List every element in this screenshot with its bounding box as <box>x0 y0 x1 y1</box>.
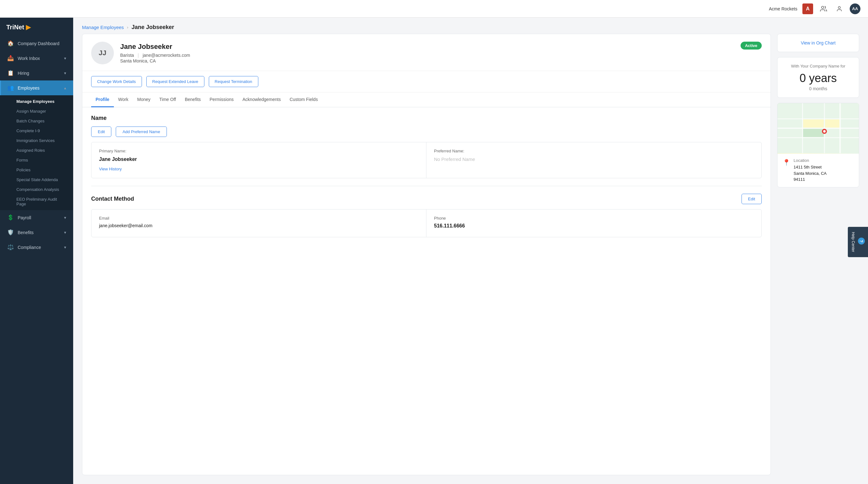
add-preferred-name-button[interactable]: Add Preferred Name <box>116 126 166 137</box>
employees-icon: 👥 <box>7 85 14 91</box>
svg-point-13 <box>823 130 826 132</box>
tab-profile[interactable]: Profile <box>91 92 114 107</box>
tenure-months: 0 months <box>784 86 852 91</box>
tenure-label: With Your Company Name for <box>784 64 852 68</box>
employee-name: Jane Jobseeker <box>120 42 734 51</box>
location-pin-icon: 📍 <box>782 159 790 166</box>
contact-section-header: Contact Method Edit <box>91 194 762 204</box>
submenu-assigned-roles[interactable]: Assigned Roles <box>0 146 73 155</box>
location-heading: Location <box>794 158 827 163</box>
benefits-icon: 🛡️ <box>7 229 14 236</box>
phone-cell: Phone 516.111.6666 <box>427 210 762 237</box>
sidebar-item-company-dashboard[interactable]: 🏠 Company Dashboard <box>0 36 73 51</box>
org-chart-card: View in Org Chart <box>777 34 859 52</box>
employee-avatar: JJ <box>91 42 114 64</box>
tab-permissions[interactable]: Permissions <box>205 92 238 107</box>
primary-name-value: Jane Jobseeker <box>99 156 418 162</box>
change-work-details-button[interactable]: Change Work Details <box>91 76 142 87</box>
submenu-assign-manager[interactable]: Assign Manager <box>0 106 73 116</box>
submenu-batch-changes[interactable]: Batch Changes <box>0 116 73 126</box>
name-section-header: Name <box>91 115 762 121</box>
submenu-eeo-audit[interactable]: EEO Preliminary Audit Page <box>0 194 73 209</box>
sidebar-item-label: Company Dashboard <box>18 41 59 46</box>
svg-point-0 <box>822 6 824 8</box>
sidebar: TriNet ▶ 🏠 Company Dashboard 📥 Work Inbo… <box>0 18 73 484</box>
user-icon[interactable] <box>834 3 845 14</box>
tenure-card: With Your Company Name for 0 years 0 mon… <box>777 57 859 98</box>
sidebar-item-compliance[interactable]: ⚖️ Compliance ▼ <box>0 240 73 254</box>
tab-bar: Profile Work Money Time Off Benefits Per… <box>82 92 771 107</box>
chevron-up-icon: ▲ <box>63 86 67 90</box>
help-center-tab[interactable]: ? Help Center <box>848 227 868 257</box>
chevron-down-icon: ▼ <box>63 245 67 249</box>
location-card: 📍 Location 1411 5th Street Santa Monica,… <box>777 103 859 187</box>
main-card: JJ Jane Jobseeker Barista | jane@acmeroc… <box>82 34 771 475</box>
submenu-forms[interactable]: Forms <box>0 155 73 165</box>
employees-submenu: Manage Employees Assign Manager Batch Ch… <box>0 95 73 210</box>
chevron-down-icon: ▼ <box>63 231 67 235</box>
map-roads <box>777 103 859 153</box>
preferred-name-label: Preferred Name: <box>434 149 754 153</box>
tenure-years: 0 years <box>784 71 852 85</box>
breadcrumb: Manage Employees › Jane Jobseeker <box>73 18 868 34</box>
contact-edit-button[interactable]: Edit <box>742 194 762 204</box>
primary-name-label: Primary Name: <box>99 149 418 153</box>
org-chart-link[interactable]: View in Org Chart <box>777 34 859 52</box>
home-icon: 🏠 <box>7 40 14 47</box>
submenu-special-state-addenda[interactable]: Special State Addenda <box>0 175 73 185</box>
tab-benefits[interactable]: Benefits <box>180 92 205 107</box>
sidebar-item-label: Employees <box>18 86 39 91</box>
employee-location: Santa Monica, CA <box>120 58 734 63</box>
compliance-icon: ⚖️ <box>7 244 14 250</box>
sidebar-item-label: Benefits <box>18 230 34 235</box>
tab-money[interactable]: Money <box>133 92 155 107</box>
sidebar-item-label: Payroll <box>18 215 31 220</box>
employee-email: jane@acmerockets.com <box>143 53 190 58</box>
chevron-down-icon: ▼ <box>63 57 67 60</box>
help-question-mark: ? <box>858 238 865 244</box>
sidebar-item-employees[interactable]: 👥 Employees ▲ <box>0 81 73 95</box>
team-icon[interactable] <box>818 3 829 14</box>
sidebar-logo: TriNet ▶ <box>0 18 73 36</box>
contact-grid: Email jane.jobseeker@email.com Phone 516… <box>91 209 762 237</box>
sidebar-item-work-inbox[interactable]: 📥 Work Inbox ▼ <box>0 51 73 66</box>
tab-acknowledgements[interactable]: Acknowledgements <box>238 92 285 107</box>
content-area: Manage Employees › Jane Jobseeker JJ Jan… <box>73 18 868 484</box>
svg-rect-11 <box>803 129 824 137</box>
submenu-immigration-services[interactable]: Immigration Services <box>0 136 73 146</box>
status-badge: Active <box>741 42 762 50</box>
sidebar-item-payroll[interactable]: 💲 Payroll ▼ <box>0 210 73 225</box>
phone-value: 516.111.6666 <box>434 223 754 229</box>
sidebar-item-label: Hiring <box>18 71 29 76</box>
breadcrumb-current: Jane Jobseeker <box>131 24 174 31</box>
request-extended-leave-button[interactable]: Request Extended Leave <box>146 76 205 87</box>
sidebar-item-benefits[interactable]: 🛡️ Benefits ▼ <box>0 225 73 240</box>
preferred-name-placeholder: No Preferred Name <box>434 156 754 162</box>
location-address: 1411 5th Street Santa Monica, CA 94111 <box>794 164 827 183</box>
employee-info: Jane Jobseeker Barista | jane@acmerocket… <box>120 42 734 63</box>
sidebar-item-hiring[interactable]: 📋 Hiring ▼ <box>0 66 73 81</box>
request-termination-button[interactable]: Request Termination <box>209 76 258 87</box>
view-history-link[interactable]: View History <box>99 167 122 171</box>
name-edit-button[interactable]: Edit <box>91 126 111 137</box>
submenu-complete-i9[interactable]: Complete I-9 <box>0 126 73 136</box>
email-label: Email <box>99 216 418 220</box>
employee-header: JJ Jane Jobseeker Barista | jane@acmeroc… <box>82 34 771 71</box>
user-avatar[interactable]: AA <box>850 3 861 14</box>
tab-work[interactable]: Work <box>114 92 133 107</box>
breadcrumb-parent[interactable]: Manage Employees <box>82 25 124 30</box>
tab-content-profile: Name Edit Add Preferred Name Primary Nam… <box>82 107 771 245</box>
sidebar-item-label: Compliance <box>18 245 41 250</box>
map-container <box>777 103 859 154</box>
tab-custom-fields[interactable]: Custom Fields <box>285 92 322 107</box>
meta-divider: | <box>138 53 139 58</box>
help-center-label: Help Center <box>851 232 856 252</box>
preferred-name-cell: Preferred Name: No Preferred Name <box>427 142 762 178</box>
submenu-compensation-analysis[interactable]: Compensation Analysis <box>0 185 73 194</box>
submenu-policies[interactable]: Policies <box>0 165 73 175</box>
action-buttons: Change Work Details Request Extended Lea… <box>82 71 771 92</box>
main-layout: TriNet ▶ 🏠 Company Dashboard 📥 Work Inbo… <box>0 18 868 484</box>
submenu-manage-employees[interactable]: Manage Employees <box>0 96 73 106</box>
employee-title: Barista <box>120 53 134 58</box>
tab-time-off[interactable]: Time Off <box>155 92 180 107</box>
